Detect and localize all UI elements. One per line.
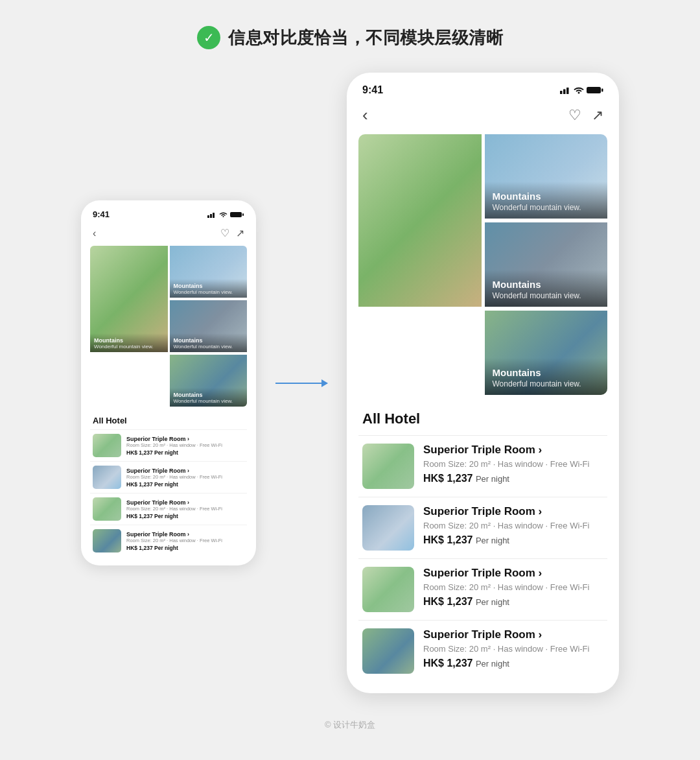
small-img-tag-3: Mountains: [174, 392, 244, 398]
large-hotel-name-1: Superior Triple Room ›: [423, 505, 589, 518]
large-img-cell-0: [358, 134, 482, 307]
svg-rect-5: [560, 91, 563, 94]
small-hotel-name-3: Superior Triple Room ›: [126, 531, 222, 538]
svg-rect-9: [587, 87, 601, 93]
small-hotel-thumb-3: [93, 529, 121, 552]
small-hotel-details-2: Room Size: 20 m² · Has window · Free Wi-…: [126, 506, 222, 512]
large-hotel-price-0: HK$ 1,237 Per night: [423, 473, 589, 484]
small-hotel-price-1: HK$ 1,237 Per night: [126, 481, 222, 488]
large-wifi-icon: [574, 86, 584, 94]
small-hotel-price-0: HK$ 1,237 Per night: [126, 449, 222, 456]
large-hotel-price-2: HK$ 1,237 Per night: [423, 596, 589, 608]
large-img-tag-1: Mountains: [493, 191, 600, 202]
large-status-bar: 9:41: [358, 84, 607, 102]
large-hotel-thumb-0: [362, 444, 414, 489]
large-hotel-thumb-3: [362, 628, 414, 674]
small-img-tag-0: Mountains: [94, 337, 164, 344]
large-img-cell-3: Mountains Wonderful mountain view.: [485, 311, 608, 395]
small-img-sub-3: Wonderful mountain view.: [174, 398, 244, 404]
svg-rect-7: [566, 88, 569, 94]
small-status-bar: 9:41: [90, 209, 247, 224]
small-img-sub-2: Wonderful mountain view.: [174, 344, 244, 350]
small-hotel-item-3[interactable]: Superior Triple Room › Room Size: 20 m² …: [90, 525, 247, 556]
wifi-icon: [219, 211, 228, 218]
large-image-grid: Mountains Wonderful mountain view. Mount…: [358, 134, 607, 395]
small-img-cell-0: Mountains Wonderful mountain view.: [90, 246, 168, 352]
small-img-tag-2: Mountains: [174, 337, 244, 344]
large-hotel-section-title: All Hotel: [358, 405, 607, 435]
header-title: 信息对比度恰当，不同模块层级清晰: [228, 27, 503, 49]
small-hotel-name-1: Superior Triple Room ›: [126, 468, 222, 474]
large-hotel-name-0: Superior Triple Room ›: [423, 444, 589, 457]
large-status-icons: [560, 86, 603, 94]
large-img-cell-1: Mountains Wonderful mountain view.: [485, 134, 608, 219]
svg-rect-0: [207, 215, 209, 218]
large-img-tag-2: Mountains: [493, 279, 600, 290]
svg-rect-4: [242, 213, 244, 216]
large-hotel-price-1: HK$ 1,237 Per night: [423, 534, 589, 546]
small-hotel-details-0: Room Size: 20 m² · Has window · Free Wi-…: [126, 442, 222, 448]
large-hotel-name-2: Superior Triple Room ›: [423, 567, 589, 580]
large-hotel-details-2: Room Size: 20 m² · Has window · Free Wi-…: [423, 582, 589, 592]
large-hotel-item-2[interactable]: Superior Triple Room › Room Size: 20 m² …: [358, 558, 607, 620]
small-img-cell-3: Mountains Wonderful mountain view.: [170, 355, 248, 407]
large-hotel-details-1: Room Size: 20 m² · Has window · Free Wi-…: [423, 521, 589, 530]
small-hotel-thumb-0: [93, 434, 121, 457]
small-img-cell-1: Mountains Wonderful mountain view.: [170, 246, 248, 298]
small-hotel-item-0[interactable]: Superior Triple Room › Room Size: 20 m² …: [90, 429, 247, 461]
large-hotel-item-3[interactable]: Superior Triple Room › Room Size: 20 m² …: [358, 620, 607, 682]
large-share-button[interactable]: ↗: [592, 107, 603, 124]
small-hotel-thumb-1: [93, 466, 121, 489]
large-nav-right: ♡ ↗: [568, 107, 603, 124]
svg-point-8: [578, 92, 580, 94]
check-icon: ✓: [197, 26, 220, 49]
large-battery-icon: [587, 86, 603, 94]
footer: © 设计牛奶盒: [325, 719, 375, 731]
small-nav-right: ♡ ↗: [220, 227, 244, 239]
large-nav-bar: ‹ ♡ ↗: [358, 102, 607, 134]
arrow-right-icon: [275, 383, 327, 384]
small-image-grid: Mountains Wonderful mountain view. Mount…: [90, 246, 247, 407]
small-hotel-section-title: All Hotel: [90, 412, 247, 429]
svg-rect-3: [230, 212, 242, 217]
small-hotel-item-1[interactable]: Superior Triple Room › Room Size: 20 m² …: [90, 461, 247, 493]
large-img-tag-3: Mountains: [493, 367, 600, 378]
phone-large: 9:41 ‹: [347, 73, 619, 693]
large-hotel-item-0[interactable]: Superior Triple Room › Room Size: 20 m² …: [358, 435, 607, 497]
footer-text: © 设计牛奶盒: [325, 720, 375, 730]
small-status-icons: [207, 211, 244, 218]
small-hotel-price-2: HK$ 1,237 Per night: [126, 513, 222, 519]
large-img-cell-2: Mountains Wonderful mountain view.: [485, 222, 608, 307]
small-hotel-name-0: Superior Triple Room ›: [126, 436, 222, 442]
large-grid-right: Mountains Wonderful mountain view. Mount…: [485, 134, 608, 395]
battery-icon: [230, 211, 244, 218]
small-hotel-details-1: Room Size: 20 m² · Has window · Free Wi-…: [126, 474, 222, 480]
large-hotel-price-3: HK$ 1,237 Per night: [423, 658, 589, 669]
large-hotel-details-3: Room Size: 20 m² · Has window · Free Wi-…: [423, 644, 589, 654]
arrow-container: [275, 383, 327, 384]
large-hotel-item-1[interactable]: Superior Triple Room › Room Size: 20 m² …: [358, 497, 607, 558]
signal-icon: [207, 211, 216, 218]
large-hotel-details-0: Room Size: 20 m² · Has window · Free Wi-…: [423, 459, 589, 469]
small-img-tag-1: Mountains: [174, 283, 244, 289]
small-img-cell-2: Mountains Wonderful mountain view.: [170, 300, 248, 352]
large-back-button[interactable]: ‹: [362, 105, 368, 125]
small-back-button[interactable]: ‹: [93, 228, 96, 239]
main-area: 9:41 ‹: [19, 73, 681, 693]
small-hotel-item-2[interactable]: Superior Triple Room › Room Size: 20 m² …: [90, 493, 247, 525]
large-time: 9:41: [362, 84, 383, 96]
large-img-sub-3: Wonderful mountain view.: [493, 379, 600, 388]
svg-rect-6: [563, 89, 566, 95]
small-hotel-thumb-2: [93, 497, 121, 521]
phone-small: 9:41 ‹: [81, 200, 256, 565]
small-favorite-button[interactable]: ♡: [220, 227, 229, 239]
small-hotel-details-3: Room Size: 20 m² · Has window · Free Wi-…: [126, 538, 222, 543]
svg-rect-2: [213, 213, 215, 218]
large-hotel-name-3: Superior Triple Room ›: [423, 628, 589, 641]
small-hotel-price-3: HK$ 1,237 Per night: [126, 545, 222, 551]
large-img-sub-2: Wonderful mountain view.: [493, 291, 600, 300]
large-img-sub-1: Wonderful mountain view.: [493, 203, 600, 212]
large-favorite-button[interactable]: ♡: [568, 107, 581, 124]
large-signal-icon: [560, 86, 571, 94]
small-share-button[interactable]: ↗: [236, 227, 244, 239]
